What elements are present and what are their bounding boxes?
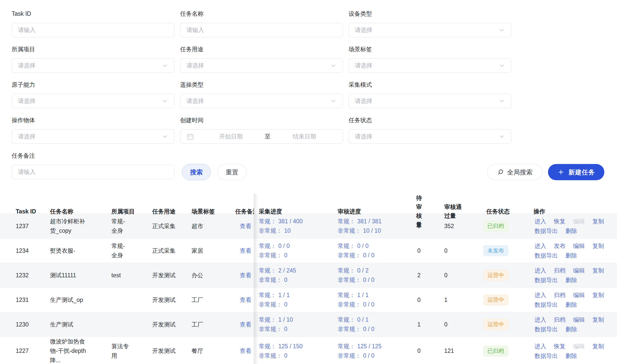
select-placeholder: 请选择 bbox=[355, 133, 495, 140]
row-actions: 进入 归档 编辑 复制 数据导出 删除 bbox=[535, 267, 616, 284]
cell-scene: 餐厅 bbox=[192, 346, 235, 356]
action-edit[interactable]: 编辑 bbox=[573, 242, 585, 250]
row-actions: 进入 归档 编辑 复制 数据导出 删除 bbox=[535, 316, 616, 333]
action-enter[interactable]: 进入 bbox=[535, 242, 546, 250]
cell-task-id: 1227 bbox=[16, 346, 50, 356]
filter-field-collection-mode: 采集模式 请选择 bbox=[349, 81, 511, 108]
select-placeholder: 请选择 bbox=[355, 62, 495, 69]
action-copy[interactable]: 复制 bbox=[592, 316, 604, 323]
cell-task-name: 超市冷鲜柜补货_copy bbox=[50, 217, 95, 235]
action-enter[interactable]: 进入 bbox=[535, 291, 546, 299]
cell-task-name: 生产测试_op bbox=[50, 295, 95, 305]
action-copy[interactable]: 复制 bbox=[592, 291, 604, 299]
view-remark-link[interactable]: 查看 bbox=[240, 223, 251, 229]
action-enter[interactable]: 进入 bbox=[535, 267, 546, 274]
cell-project: 常规-全身 bbox=[111, 217, 135, 235]
action-enter[interactable]: 进入 bbox=[535, 217, 546, 225]
cell-task-id: 1230 bbox=[16, 320, 50, 329]
status-badge: 未发布 bbox=[483, 245, 508, 256]
row-actions: 进入 发布 编辑 复制 数据导出 删除 bbox=[535, 242, 616, 259]
status-badge: 已归档 bbox=[483, 346, 508, 356]
action-publish[interactable]: 发布 bbox=[554, 242, 565, 250]
chevron-down-icon bbox=[499, 62, 505, 69]
table-row: 1232 测试11111 test 开发测试 办公 查看 常规：2 / 245 … bbox=[0, 263, 617, 288]
filter-field-task-status: 任务状态 请选择 bbox=[349, 117, 511, 144]
cell-purpose: 开发测试 bbox=[152, 320, 192, 329]
action-export[interactable]: 数据导出 bbox=[535, 227, 558, 235]
action-delete[interactable]: 删除 bbox=[565, 301, 577, 308]
action-export[interactable]: 数据导出 bbox=[535, 252, 558, 259]
create-task-label: 新建任务 bbox=[569, 168, 595, 176]
action-export[interactable]: 数据导出 bbox=[535, 325, 558, 333]
create-time-range[interactable]: 开始日期 至 结束日期 bbox=[180, 129, 343, 144]
action-copy[interactable]: 复制 bbox=[592, 242, 604, 250]
teleop-type-select[interactable]: 请选择 bbox=[180, 94, 343, 108]
action-enter[interactable]: 进入 bbox=[535, 316, 546, 323]
view-remark-link[interactable]: 查看 bbox=[240, 321, 251, 328]
action-export[interactable]: 数据导出 bbox=[535, 352, 558, 360]
action-export[interactable]: 数据导出 bbox=[535, 301, 558, 308]
action-edit[interactable]: 编辑 bbox=[573, 291, 585, 299]
action-delete[interactable]: 删除 bbox=[565, 325, 577, 333]
device-type-select[interactable]: 请选择 bbox=[349, 23, 511, 37]
task-status-select[interactable]: 请选择 bbox=[349, 129, 511, 144]
reset-button[interactable]: 重置 bbox=[217, 164, 247, 180]
status-badge: 已归档 bbox=[483, 221, 508, 231]
action-copy[interactable]: 复制 bbox=[592, 267, 604, 274]
action-archive[interactable]: 归档 bbox=[554, 267, 565, 274]
table-row: 1234 熨烫衣服- 常规-全身 正式采集 家居 查看 常规：0 / 0 非常规… bbox=[0, 239, 617, 263]
view-remark-link[interactable]: 查看 bbox=[240, 297, 251, 303]
view-remark-link[interactable]: 查看 bbox=[240, 247, 251, 254]
cell-collect-progress: 常规：125 / 150 非常规：0 bbox=[259, 342, 338, 360]
start-date-placeholder[interactable]: 开始日期 bbox=[199, 133, 263, 140]
action-archive[interactable]: 归档 bbox=[554, 316, 565, 323]
task-name-input[interactable] bbox=[180, 23, 343, 37]
field-label: 采集模式 bbox=[349, 81, 511, 88]
action-archive[interactable]: 归档 bbox=[554, 291, 565, 299]
cell-approved-count: 352 bbox=[438, 222, 482, 231]
operation-object-select[interactable]: 请选择 bbox=[12, 129, 175, 144]
view-remark-link[interactable]: 查看 bbox=[240, 348, 251, 354]
select-placeholder: 请选择 bbox=[18, 62, 159, 69]
action-edit: 编辑 bbox=[573, 217, 585, 225]
task-id-input[interactable] bbox=[12, 23, 175, 37]
action-restore[interactable]: 恢复 bbox=[554, 342, 565, 350]
field-label: 场景标签 bbox=[349, 46, 511, 53]
chevron-down-icon bbox=[499, 98, 505, 104]
atomic-ability-select[interactable]: 请选择 bbox=[12, 94, 175, 108]
action-delete[interactable]: 删除 bbox=[565, 227, 577, 235]
collection-mode-select[interactable]: 请选择 bbox=[349, 94, 511, 108]
action-edit[interactable]: 编辑 bbox=[573, 316, 585, 323]
cell-purpose: 正式采集 bbox=[152, 246, 192, 256]
task-remark-input[interactable] bbox=[12, 165, 175, 179]
table-row: 1231 生产测试_op 开发测试 工厂 查看 常规：1 / 1 非常规：0 常… bbox=[0, 288, 617, 312]
cell-task-id: 1231 bbox=[16, 295, 50, 305]
action-copy[interactable]: 复制 bbox=[592, 217, 604, 225]
filter-field-project: 所属项目 请选择 bbox=[12, 46, 175, 73]
action-delete[interactable]: 删除 bbox=[565, 352, 577, 360]
end-date-placeholder[interactable]: 结束日期 bbox=[272, 133, 337, 140]
view-remark-link[interactable]: 查看 bbox=[240, 272, 251, 279]
action-enter[interactable]: 进入 bbox=[535, 342, 546, 350]
chevron-down-icon bbox=[330, 62, 337, 69]
cell-project: 算法专用 bbox=[111, 342, 135, 360]
action-delete[interactable]: 删除 bbox=[565, 276, 577, 284]
table-row: 1230 生产测试 开发测试 工厂 查看 常规：1 / 10 非常规：0 常规：… bbox=[0, 312, 617, 337]
create-task-button[interactable]: 新建任务 bbox=[548, 164, 604, 180]
select-placeholder: 请选择 bbox=[186, 97, 327, 105]
action-delete[interactable]: 删除 bbox=[565, 252, 577, 259]
field-label: 创建时间 bbox=[180, 117, 343, 124]
search-button[interactable]: 搜索 bbox=[182, 164, 211, 180]
chevron-down-icon bbox=[162, 62, 168, 69]
global-search-button[interactable]: 全局搜索 bbox=[487, 164, 542, 180]
col-remark: 任务备注 bbox=[235, 207, 259, 216]
cell-purpose: 正式采集 bbox=[152, 222, 192, 231]
action-edit[interactable]: 编辑 bbox=[573, 267, 585, 274]
action-export[interactable]: 数据导出 bbox=[535, 276, 558, 284]
scene-tag-select[interactable]: 请选择 bbox=[349, 58, 511, 73]
project-select[interactable]: 请选择 bbox=[12, 58, 175, 73]
task-purpose-select[interactable]: 请选择 bbox=[180, 58, 343, 73]
action-restore[interactable]: 恢复 bbox=[554, 217, 565, 225]
action-copy[interactable]: 复制 bbox=[592, 342, 604, 350]
cell-task-id: 1234 bbox=[16, 246, 50, 256]
